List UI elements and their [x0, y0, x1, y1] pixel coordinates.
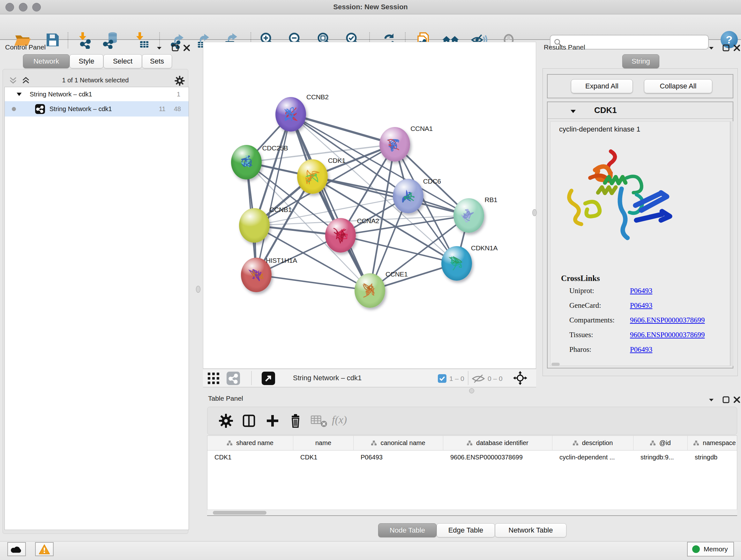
- network-node-CDC6[interactable]: [393, 179, 423, 213]
- table-cell[interactable]: CDK1: [293, 450, 354, 464]
- left-splitter-handle[interactable]: [196, 286, 200, 293]
- protein-thumbnail: [247, 265, 266, 286]
- results-panel-title: Results Panel: [544, 44, 585, 51]
- network-node-RB1[interactable]: [454, 198, 484, 233]
- network-edges[interactable]: [203, 42, 536, 368]
- hidden-eye-icon: [472, 374, 485, 383]
- table-options-gear-icon[interactable]: [218, 413, 233, 428]
- tree-expander-icon[interactable]: [16, 92, 22, 97]
- crosslink-link[interactable]: 9606.ENSP00000378699: [630, 331, 705, 339]
- cloud-icon: [10, 545, 23, 553]
- expand-all-button[interactable]: Expand All: [571, 79, 633, 93]
- grid-view-icon[interactable]: [208, 373, 219, 384]
- crosslink-link[interactable]: P06493: [630, 287, 652, 295]
- network-node-CCNB2[interactable]: [275, 97, 306, 132]
- column-header-namespace[interactable]: namespace: [688, 436, 737, 450]
- table-cell[interactable]: cyclin-dependent ...: [552, 450, 633, 464]
- collapse-panel-icon[interactable]: [155, 44, 163, 52]
- add-column-icon[interactable]: [265, 413, 280, 428]
- crosslink-link[interactable]: P06493: [630, 346, 652, 354]
- table-hscrollbar[interactable]: [207, 509, 737, 515]
- string-app-icon: [35, 104, 45, 114]
- network-node-CDC25B[interactable]: [231, 145, 262, 179]
- selected-checkbox-icon[interactable]: [438, 374, 447, 383]
- tab-edge-table[interactable]: Edge Table: [436, 523, 495, 537]
- tab-network[interactable]: Network: [23, 54, 70, 68]
- network-canvas[interactable]: CCNB2CCNA1CDC25BCDK1CDC6RB1CCNB1CCNA2CDK…: [203, 42, 536, 369]
- network-node-label: CDK1: [328, 157, 346, 165]
- network-share-view-icon[interactable]: [226, 372, 240, 385]
- crosshair-icon[interactable]: [513, 371, 527, 385]
- node-count: 11: [159, 105, 165, 113]
- column-type-icon: [371, 440, 377, 446]
- network-node-CDK1[interactable]: [297, 159, 328, 194]
- delete-column-icon[interactable]: [288, 413, 303, 428]
- column-header-canonical-name[interactable]: canonical name: [354, 436, 443, 450]
- window-title: Session: New Session: [0, 3, 741, 11]
- table-panel-title: Table Panel: [208, 395, 243, 402]
- column-header--id[interactable]: @id: [633, 436, 688, 450]
- float-panel-icon[interactable]: [722, 395, 730, 404]
- network-selection-info: 1 of 1 Network selected: [3, 77, 188, 84]
- tab-string[interactable]: String: [622, 54, 659, 68]
- table-cell[interactable]: stringdb:9...: [633, 450, 688, 464]
- cloud-button[interactable]: [7, 542, 26, 556]
- close-panel-icon[interactable]: [733, 44, 741, 52]
- collection-count: 1: [177, 91, 180, 98]
- crosslink-link[interactable]: 9606.ENSP00000378699: [630, 316, 705, 324]
- right-splitter-handle[interactable]: [532, 209, 537, 216]
- collapse-all-button[interactable]: Collapse All: [644, 79, 712, 93]
- column-type-icon: [693, 440, 699, 446]
- close-panel-icon[interactable]: [733, 395, 741, 404]
- results-scrollbar[interactable]: [730, 121, 733, 366]
- table-cell[interactable]: stringdb: [688, 450, 737, 464]
- network-node-CCNA1[interactable]: [380, 127, 410, 162]
- show-columns-icon[interactable]: [241, 413, 257, 428]
- tab-sets[interactable]: Sets: [142, 54, 172, 68]
- tab-node-table[interactable]: Node Table: [378, 523, 436, 537]
- protein-thumbnail: [385, 134, 404, 155]
- bottom-splitter-handle[interactable]: [469, 388, 474, 393]
- table-cell[interactable]: CDK1: [207, 450, 293, 464]
- table-cell[interactable]: P06493: [354, 450, 443, 464]
- network-node-CCNA2[interactable]: [325, 218, 356, 253]
- network-node-CDKN1A[interactable]: [441, 246, 472, 281]
- warnings-button[interactable]: [35, 542, 54, 556]
- protein-structure-image: [563, 144, 682, 255]
- float-panel-icon[interactable]: [722, 44, 730, 52]
- collapse-panel-icon[interactable]: [707, 44, 716, 52]
- column-header-description[interactable]: description: [552, 436, 633, 450]
- section-expander-icon[interactable]: [569, 107, 577, 116]
- table-hscroll-thumb[interactable]: [213, 511, 266, 515]
- hidden-node-edge-counts: 0 – 0: [488, 375, 502, 382]
- network-node-label: CCNB1: [269, 206, 292, 213]
- crosslink-link[interactable]: P06493: [630, 301, 652, 310]
- memory-button[interactable]: Memory: [687, 542, 734, 557]
- float-panel-icon[interactable]: [171, 44, 179, 52]
- memory-status-dot: [692, 545, 700, 553]
- network-node-CCNE1[interactable]: [354, 273, 385, 308]
- birds-eye-view-icon[interactable]: [262, 372, 275, 385]
- gene-description: cyclin-dependent kinase 1: [559, 125, 640, 133]
- protein-thumbnail: [331, 225, 350, 246]
- protein-thumbnail: [360, 280, 380, 301]
- column-type-icon: [227, 440, 232, 446]
- tab-style[interactable]: Style: [70, 54, 104, 68]
- network-node-label: CDC6: [423, 178, 441, 185]
- node-table: shared nameCDK1nameCDK1canonical nameP06…: [207, 435, 737, 516]
- tab-network-table[interactable]: Network Table: [495, 523, 566, 537]
- network-tree-root-row[interactable]: String Network – cdk1 1: [5, 87, 189, 101]
- close-panel-icon[interactable]: [183, 44, 191, 52]
- tab-select[interactable]: Select: [104, 54, 142, 68]
- column-header-name[interactable]: name: [293, 436, 354, 450]
- network-tree-child-row[interactable]: String Network – cdk1 11 48: [5, 101, 189, 117]
- column-header-shared-name[interactable]: shared name: [207, 436, 293, 450]
- column-header-database-identifier[interactable]: database identifier: [443, 436, 552, 450]
- network-options-gear-icon[interactable]: [174, 75, 185, 86]
- results-hscroll-thumb[interactable]: [551, 363, 560, 366]
- collapse-panel-icon[interactable]: [707, 396, 716, 404]
- titlebar: Session: New Session: [0, 0, 741, 14]
- edge-count: 48: [174, 105, 181, 113]
- network-node-label: CCNA1: [410, 125, 433, 132]
- table-cell[interactable]: 9606.ENSP00000378699: [443, 450, 552, 464]
